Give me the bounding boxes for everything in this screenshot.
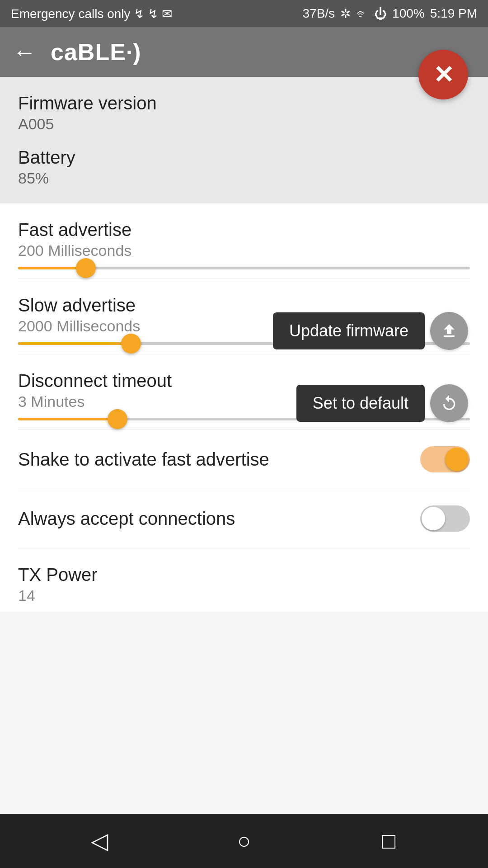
slow-advertise-fill bbox=[18, 342, 131, 345]
shake-toggle-label: Shake to activate fast advertise bbox=[18, 449, 269, 470]
fast-advertise-slider-row[interactable] bbox=[18, 267, 470, 269]
fast-advertise-label: Fast advertise bbox=[18, 220, 470, 240]
reset-icon-button[interactable] bbox=[430, 384, 468, 422]
firmware-label: Firmware version bbox=[18, 93, 470, 113]
nav-recent-button[interactable]: □ bbox=[371, 823, 407, 859]
tx-power-item: TX Power 14 bbox=[18, 548, 470, 612]
status-bar: Emergency calls only ↯ ↯ ✉ 37B/s ✲ ᯤ ⏻ 1… bbox=[0, 0, 488, 27]
battery-value: 85% bbox=[18, 170, 470, 187]
shake-toggle-knob bbox=[445, 448, 469, 471]
status-time: 5:19 PM bbox=[430, 6, 477, 21]
slow-advertise-thumb[interactable] bbox=[121, 334, 141, 354]
set-default-button[interactable]: Set to default bbox=[296, 385, 425, 422]
update-firmware-menu: Update firmware bbox=[273, 312, 468, 350]
wifi-icon: ᯤ bbox=[356, 6, 369, 21]
upload-icon-button[interactable] bbox=[430, 312, 468, 350]
fast-advertise-value: 200 Milliseconds bbox=[18, 242, 470, 259]
battery-label: Battery bbox=[18, 147, 470, 168]
fast-advertise-item: Fast advertise 200 Milliseconds bbox=[18, 203, 470, 279]
close-icon: ✕ bbox=[433, 62, 454, 87]
always-accept-toggle-row: Always accept connections bbox=[18, 489, 470, 548]
battery-percent: 100% bbox=[392, 6, 425, 21]
fast-advertise-track bbox=[18, 267, 470, 269]
fast-advertise-thumb[interactable] bbox=[76, 258, 96, 278]
status-right: 37B/s ✲ ᯤ ⏻ 100% 5:19 PM bbox=[302, 6, 477, 21]
status-emergency: Emergency calls only ↯ ↯ ✉ bbox=[11, 6, 172, 21]
app-title: caBLE·) bbox=[51, 38, 141, 66]
bottom-nav: ◁ ○ □ bbox=[0, 814, 488, 868]
firmware-value: A005 bbox=[18, 115, 470, 133]
battery-icon: ⏻ bbox=[374, 6, 387, 21]
reset-icon bbox=[440, 394, 458, 412]
firmware-item: Firmware version A005 bbox=[18, 93, 470, 133]
set-default-menu: Set to default bbox=[296, 384, 468, 422]
always-accept-toggle-label: Always accept connections bbox=[18, 509, 235, 529]
status-left: Emergency calls only ↯ ↯ ✉ bbox=[11, 6, 172, 21]
shake-toggle[interactable] bbox=[420, 446, 470, 472]
battery-item: Battery 85% bbox=[18, 147, 470, 187]
always-accept-toggle-knob bbox=[422, 507, 445, 530]
close-fab-button[interactable]: ✕ bbox=[418, 50, 468, 99]
app-bar: ← caBLE·) bbox=[0, 27, 488, 77]
back-button[interactable]: ← bbox=[13, 38, 36, 66]
nav-back-button[interactable]: ◁ bbox=[81, 823, 117, 859]
update-firmware-button[interactable]: Update firmware bbox=[273, 312, 425, 349]
tx-power-value: 14 bbox=[18, 587, 470, 604]
always-accept-toggle[interactable] bbox=[420, 505, 470, 532]
tx-power-label: TX Power bbox=[18, 565, 470, 585]
info-section: Firmware version A005 Battery 85% bbox=[0, 77, 488, 203]
nav-home-button[interactable]: ○ bbox=[226, 823, 262, 859]
shake-toggle-row: Shake to activate fast advertise bbox=[18, 430, 470, 489]
upload-icon bbox=[440, 322, 458, 340]
content-area: Firmware version A005 Battery 85% ✕ Fast… bbox=[0, 77, 488, 814]
status-speed: 37B/s bbox=[302, 6, 335, 21]
disconnect-timeout-fill bbox=[18, 418, 117, 420]
bluetooth-icon: ✲ bbox=[340, 6, 351, 21]
disconnect-timeout-thumb[interactable] bbox=[108, 409, 127, 429]
